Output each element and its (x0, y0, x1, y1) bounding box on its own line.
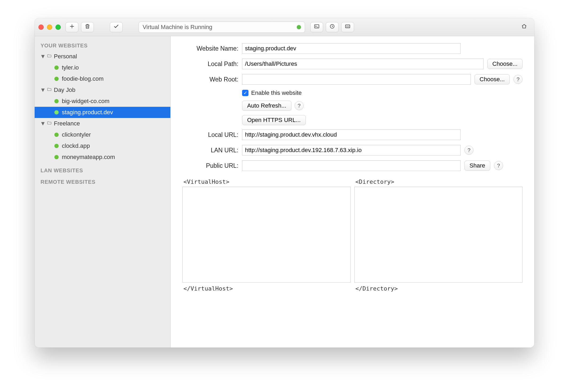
plus-icon (69, 23, 75, 31)
disclosure-triangle-icon: ▼ (40, 53, 45, 60)
auto-refresh-help-button[interactable]: ? (295, 101, 304, 110)
label-local-path: Local Path: (182, 60, 238, 68)
clock-icon (329, 23, 335, 31)
home-button[interactable] (518, 22, 531, 32)
add-site-button[interactable] (66, 22, 78, 32)
checkmark-icon: ✓ (243, 90, 247, 96)
site-status-dot-icon (54, 110, 59, 115)
public-url-help-button[interactable]: ? (494, 161, 503, 170)
vm-status-dot-icon (297, 25, 301, 29)
vm-status-text: Virtual Machine is Running (143, 24, 212, 31)
vm-status-pill[interactable]: Virtual Machine is Running (139, 22, 305, 33)
site-tree: ▼Personaltyler.iofoodie-blog.com▼Day Job… (35, 51, 170, 164)
label-web-root: Web Root: (182, 76, 238, 83)
sidebar-header-lan: LAN WEBSITES (35, 164, 170, 176)
web-root-input[interactable] (242, 74, 471, 85)
directory-editor[interactable] (354, 187, 523, 283)
open-https-button[interactable]: Open HTTPS URL... (242, 115, 306, 125)
apply-button[interactable] (110, 22, 123, 32)
home-icon (521, 23, 527, 31)
site-status-dot-icon (54, 99, 59, 103)
lan-url-help-button[interactable]: ? (464, 146, 473, 155)
label-lan-url: LAN URL: (182, 147, 238, 154)
sidebar[interactable]: YOUR WEBSITES ▼Personaltyler.iofoodie-bl… (35, 36, 171, 348)
sidebar-group-row[interactable]: ▼Day Job (35, 84, 170, 96)
sidebar-site-item[interactable]: moneymateapp.com (35, 152, 170, 163)
history-button[interactable] (326, 22, 339, 32)
enable-website-label: Enable this website (251, 89, 302, 96)
virtualhost-close-tag: </VirtualHost> (183, 285, 351, 292)
site-status-dot-icon (54, 133, 59, 137)
disclosure-triangle-icon: ▼ (40, 120, 45, 127)
sidebar-site-item[interactable]: clickontyler (35, 129, 170, 140)
directory-close-tag: </Directory> (355, 285, 523, 292)
folder-icon (46, 87, 52, 93)
sidebar-group-row[interactable]: ▼Freelance (35, 118, 170, 129)
enable-website-checkbox[interactable]: ✓ (242, 90, 248, 96)
app-stage: Virtual Machine is Running 404 (0, 0, 570, 392)
detail-pane: Website Name: Local Path: Choose... Web … (171, 36, 534, 348)
site-status-dot-icon (54, 66, 59, 70)
label-public-url: Public URL: (182, 162, 238, 169)
svg-text:404: 404 (346, 26, 349, 27)
label-local-url: Local URL: (182, 131, 238, 138)
config-editors: <VirtualHost> </VirtualHost> <Directory>… (182, 178, 523, 292)
sidebar-site-label: big-widget-co.com (62, 98, 110, 105)
virtualhost-open-tag: <VirtualHost> (183, 178, 351, 185)
sidebar-group-label: Freelance (54, 120, 80, 127)
sidebar-group-row[interactable]: ▼Personal (35, 51, 170, 62)
choose-web-root-button[interactable]: Choose... (475, 74, 510, 84)
auto-refresh-button[interactable]: Auto Refresh... (242, 101, 291, 111)
public-url-input[interactable] (242, 160, 461, 171)
website-name-input[interactable] (242, 43, 461, 54)
delete-site-button[interactable] (81, 22, 94, 32)
sidebar-group-label: Day Job (54, 87, 75, 93)
sidebar-site-item[interactable]: big-widget-co.com (35, 96, 170, 107)
site-status-dot-icon (54, 155, 59, 159)
sidebar-site-item[interactable]: staging.product.dev (35, 107, 170, 118)
choose-local-path-button[interactable]: Choose... (487, 59, 523, 69)
site-status-dot-icon (54, 144, 59, 148)
lan-url-input[interactable] (242, 145, 461, 156)
share-button[interactable]: Share (464, 161, 490, 171)
main-window: Virtual Machine is Running 404 (35, 18, 534, 348)
site-status-dot-icon (54, 77, 59, 81)
directory-open-tag: <Directory> (355, 178, 523, 185)
zoom-window-button[interactable] (55, 24, 61, 30)
toolbar: Virtual Machine is Running 404 (35, 18, 534, 36)
sidebar-site-label: clockd.app (62, 142, 90, 149)
sidebar-site-label: foodie-blog.com (62, 75, 104, 82)
sidebar-site-label: tyler.io (62, 64, 79, 71)
folder-icon (46, 120, 52, 127)
terminal-button[interactable] (310, 22, 323, 32)
disclosure-triangle-icon: ▼ (40, 87, 45, 93)
label-website-name: Website Name: (182, 45, 238, 52)
close-window-button[interactable] (38, 24, 44, 30)
virtualhost-editor[interactable] (182, 187, 351, 283)
window-controls (38, 24, 61, 30)
terminal-icon (314, 23, 320, 31)
error-log-button[interactable]: 404 (341, 22, 354, 32)
sidebar-site-item[interactable]: foodie-blog.com (35, 73, 170, 84)
checkmark-icon (113, 23, 119, 31)
folder-icon (46, 53, 52, 60)
sidebar-header-your-websites: YOUR WEBSITES (35, 39, 170, 51)
sidebar-header-remote: REMOTE WEBSITES (35, 176, 170, 187)
sidebar-site-item[interactable]: clockd.app (35, 140, 170, 152)
error-404-icon: 404 (345, 23, 351, 31)
sidebar-site-item[interactable]: tyler.io (35, 62, 170, 73)
minimize-window-button[interactable] (47, 24, 52, 30)
sidebar-site-label: staging.product.dev (62, 109, 113, 116)
local-path-input[interactable] (242, 59, 484, 69)
web-root-help-button[interactable]: ? (513, 75, 523, 84)
toolbar-right-group: 404 (310, 22, 354, 32)
trash-icon (85, 23, 90, 31)
sidebar-site-label: moneymateapp.com (62, 154, 115, 161)
sidebar-group-label: Personal (54, 53, 77, 60)
svg-rect-0 (315, 24, 319, 28)
local-url-input[interactable] (242, 129, 461, 140)
sidebar-site-label: clickontyler (62, 131, 91, 138)
window-body: YOUR WEBSITES ▼Personaltyler.iofoodie-bl… (35, 36, 534, 348)
